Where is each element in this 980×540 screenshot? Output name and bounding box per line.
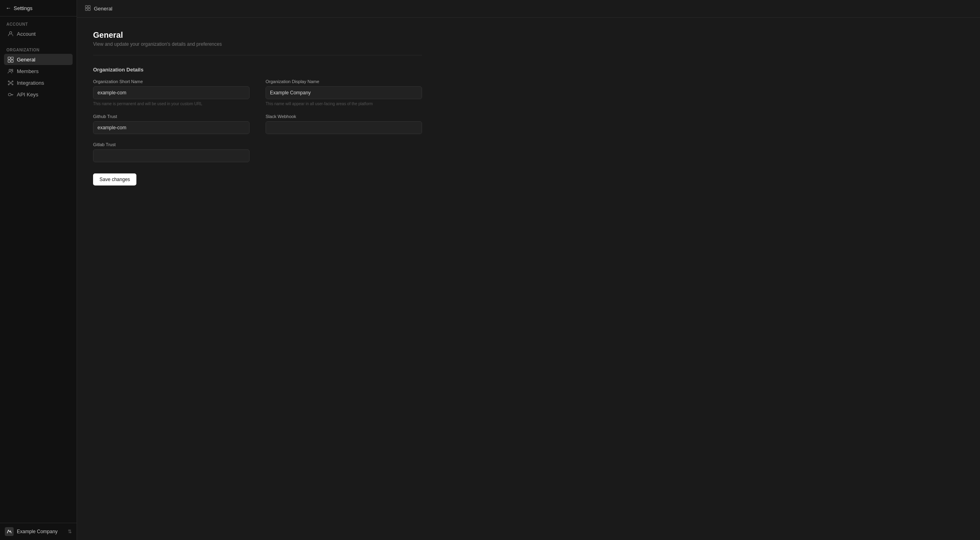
- account-section: Account Account: [0, 16, 77, 42]
- integrations-icon: [7, 79, 14, 86]
- svg-point-11: [12, 84, 13, 85]
- organization-section: Organization General: [0, 42, 77, 103]
- main-content: General General View and update your org…: [77, 0, 980, 540]
- svg-point-9: [12, 81, 13, 82]
- svg-rect-1: [8, 57, 10, 59]
- members-item-label: Members: [17, 68, 39, 74]
- sidebar: ← Settings Account Account Organization: [0, 0, 77, 540]
- svg-point-10: [8, 84, 9, 85]
- svg-point-5: [9, 69, 11, 71]
- save-changes-button[interactable]: Save changes: [93, 173, 136, 185]
- account-icon: [7, 31, 14, 37]
- form-grid: Organization Short Name This name is per…: [93, 79, 422, 162]
- general-item-label: General: [17, 57, 35, 63]
- page-content: General View and update your organizatio…: [77, 18, 438, 198]
- topbar: General: [77, 0, 980, 18]
- svg-rect-22: [85, 8, 87, 10]
- svg-rect-23: [88, 8, 90, 10]
- api-keys-item-label: API Keys: [17, 92, 38, 98]
- sidebar-top: ← Settings: [0, 0, 77, 16]
- api-keys-icon: [7, 91, 14, 98]
- settings-back-button[interactable]: ← Settings: [6, 5, 71, 11]
- svg-line-13: [11, 82, 12, 82]
- gitlab-trust-input[interactable]: [93, 149, 250, 162]
- topbar-general-icon: [85, 5, 91, 12]
- org-display-name-hint: This name will appear in all user-facing…: [266, 102, 422, 106]
- back-arrow-icon: ←: [6, 5, 11, 11]
- org-short-name-group: Organization Short Name This name is per…: [93, 79, 250, 106]
- svg-line-12: [9, 82, 10, 82]
- page-header: General View and update your organizatio…: [93, 31, 422, 55]
- members-icon: [7, 68, 14, 74]
- general-icon: [7, 56, 14, 63]
- sidebar-item-account[interactable]: Account: [4, 28, 73, 39]
- svg-line-14: [9, 83, 10, 84]
- gitlab-trust-group: Gitlab Trust: [93, 142, 250, 162]
- svg-rect-20: [85, 6, 87, 8]
- integrations-item-label: Integrations: [17, 80, 44, 86]
- topbar-title: General: [94, 6, 112, 12]
- org-short-name-label: Organization Short Name: [93, 79, 250, 84]
- account-item-label: Account: [17, 31, 36, 37]
- page-subtitle: View and update your organization's deta…: [93, 41, 422, 47]
- slack-webhook-label: Slack Webhook: [266, 114, 422, 119]
- github-trust-group: Github Trust: [93, 114, 250, 134]
- company-name-label: Example Company: [17, 529, 57, 534]
- org-short-name-hint: This name is permanent and will be used …: [93, 102, 250, 106]
- svg-rect-21: [88, 6, 90, 8]
- org-display-name-input[interactable]: [266, 86, 422, 99]
- svg-rect-4: [11, 60, 13, 62]
- sidebar-item-api-keys[interactable]: API Keys: [4, 89, 73, 100]
- svg-rect-3: [8, 60, 10, 62]
- svg-point-8: [8, 81, 9, 82]
- svg-point-6: [11, 69, 13, 71]
- page-title: General: [93, 31, 422, 40]
- org-short-name-input[interactable]: [93, 86, 250, 99]
- svg-rect-2: [11, 57, 13, 59]
- slack-webhook-input[interactable]: [266, 121, 422, 134]
- company-logo-icon: [5, 527, 14, 536]
- section-title: Organization Details: [93, 67, 422, 73]
- slack-webhook-group: Slack Webhook: [266, 114, 422, 134]
- settings-label: Settings: [14, 5, 32, 11]
- org-section-label: Organization: [4, 48, 73, 52]
- svg-line-15: [11, 83, 12, 84]
- sidebar-item-integrations[interactable]: Integrations: [4, 77, 73, 88]
- account-section-label: Account: [4, 22, 73, 26]
- org-display-name-label: Organization Display Name: [266, 79, 422, 84]
- chevron-updown-icon[interactable]: ⇅: [68, 529, 72, 534]
- org-display-name-group: Organization Display Name This name will…: [266, 79, 422, 106]
- svg-point-16: [8, 93, 11, 96]
- github-trust-input[interactable]: [93, 121, 250, 134]
- company-info[interactable]: Example Company: [5, 527, 57, 536]
- sidebar-item-members[interactable]: Members: [4, 65, 73, 77]
- svg-point-0: [9, 31, 12, 34]
- github-trust-label: Github Trust: [93, 114, 250, 119]
- gitlab-trust-label: Gitlab Trust: [93, 142, 250, 147]
- sidebar-item-general[interactable]: General: [4, 54, 73, 65]
- sidebar-bottom: Example Company ⇅: [0, 523, 77, 540]
